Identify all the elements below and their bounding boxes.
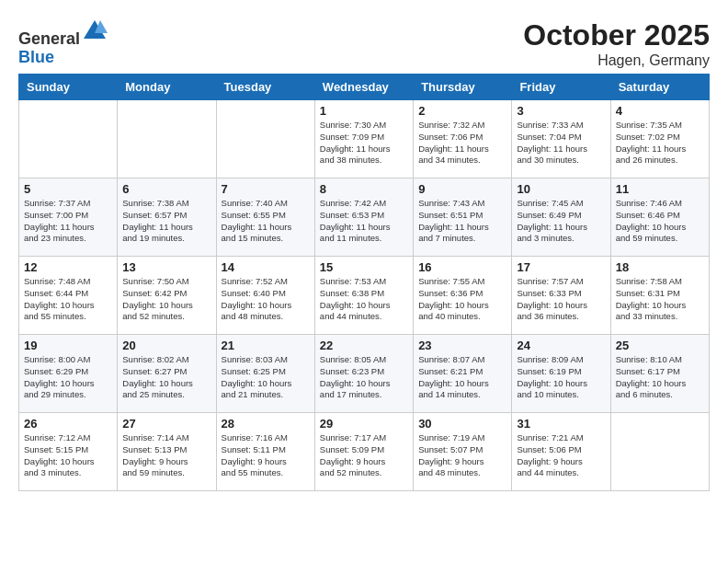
col-header-tuesday: Tuesday	[216, 75, 314, 100]
day-info: Sunrise: 7:30 AMSunset: 7:09 PMDaylight:…	[320, 120, 408, 167]
day-info: Sunrise: 7:50 AMSunset: 6:42 PMDaylight:…	[122, 276, 210, 323]
day-cell	[118, 100, 216, 178]
day-info: Sunrise: 7:46 AMSunset: 6:46 PMDaylight:…	[616, 198, 704, 245]
day-number: 31	[517, 417, 605, 431]
logo-icon	[82, 18, 108, 44]
col-header-saturday: Saturday	[610, 75, 709, 100]
day-number: 12	[24, 260, 112, 274]
day-cell: 19Sunrise: 8:00 AMSunset: 6:29 PMDayligh…	[19, 335, 118, 413]
day-number: 14	[222, 260, 310, 274]
day-cell	[19, 100, 118, 178]
day-info: Sunrise: 7:45 AMSunset: 6:49 PMDaylight:…	[517, 198, 605, 245]
day-info: Sunrise: 7:33 AMSunset: 7:04 PMDaylight:…	[517, 120, 605, 167]
day-cell: 3Sunrise: 7:33 AMSunset: 7:04 PMDaylight…	[512, 100, 610, 178]
day-info: Sunrise: 7:48 AMSunset: 6:44 PMDaylight:…	[24, 276, 112, 323]
day-info: Sunrise: 7:19 AMSunset: 5:07 PMDaylight:…	[418, 432, 506, 479]
day-number: 21	[222, 339, 310, 352]
day-number: 29	[320, 417, 408, 431]
day-cell: 12Sunrise: 7:48 AMSunset: 6:44 PMDayligh…	[19, 257, 118, 335]
day-cell: 18Sunrise: 7:58 AMSunset: 6:31 PMDayligh…	[610, 257, 709, 335]
day-cell: 10Sunrise: 7:45 AMSunset: 6:49 PMDayligh…	[512, 178, 610, 257]
day-info: Sunrise: 7:58 AMSunset: 6:31 PMDaylight:…	[616, 276, 704, 323]
day-cell: 9Sunrise: 7:43 AMSunset: 6:51 PMDaylight…	[414, 178, 512, 257]
col-header-thursday: Thursday	[414, 75, 512, 100]
day-cell: 8Sunrise: 7:42 AMSunset: 6:53 PMDaylight…	[314, 178, 413, 257]
title-block: October 2025 Hagen, Germany	[523, 18, 710, 69]
day-info: Sunrise: 7:16 AMSunset: 5:11 PMDaylight:…	[222, 432, 310, 479]
day-cell: 16Sunrise: 7:55 AMSunset: 6:36 PMDayligh…	[414, 257, 512, 335]
day-cell: 15Sunrise: 7:53 AMSunset: 6:38 PMDayligh…	[314, 257, 413, 335]
location: Hagen, Germany	[523, 52, 710, 69]
day-number: 1	[320, 104, 408, 118]
day-number: 11	[616, 182, 704, 196]
day-cell: 2Sunrise: 7:32 AMSunset: 7:06 PMDaylight…	[414, 100, 512, 178]
day-cell	[216, 100, 314, 178]
day-info: Sunrise: 7:38 AMSunset: 6:57 PMDaylight:…	[122, 198, 210, 245]
day-number: 2	[418, 104, 506, 118]
day-cell: 6Sunrise: 7:38 AMSunset: 6:57 PMDaylight…	[118, 178, 216, 257]
day-number: 18	[616, 260, 704, 274]
day-number: 8	[320, 182, 408, 196]
day-number: 22	[320, 339, 408, 352]
day-info: Sunrise: 7:21 AMSunset: 5:06 PMDaylight:…	[517, 432, 605, 479]
col-header-friday: Friday	[512, 75, 610, 100]
day-info: Sunrise: 8:03 AMSunset: 6:25 PMDaylight:…	[222, 354, 310, 401]
week-row-3: 12Sunrise: 7:48 AMSunset: 6:44 PMDayligh…	[19, 257, 710, 335]
day-cell: 25Sunrise: 8:10 AMSunset: 6:17 PMDayligh…	[610, 335, 709, 413]
day-number: 23	[418, 339, 506, 352]
day-cell: 7Sunrise: 7:40 AMSunset: 6:55 PMDaylight…	[216, 178, 314, 257]
day-number: 19	[24, 339, 112, 352]
page-header: General Blue October 2025 Hagen, Germany	[9, 9, 719, 74]
week-row-5: 26Sunrise: 7:12 AMSunset: 5:15 PMDayligh…	[19, 413, 710, 491]
day-cell: 24Sunrise: 8:09 AMSunset: 6:19 PMDayligh…	[512, 335, 610, 413]
day-cell: 4Sunrise: 7:35 AMSunset: 7:02 PMDaylight…	[610, 100, 709, 178]
logo-blue: Blue	[18, 48, 54, 66]
day-info: Sunrise: 8:10 AMSunset: 6:17 PMDaylight:…	[616, 354, 704, 401]
day-cell: 26Sunrise: 7:12 AMSunset: 5:15 PMDayligh…	[19, 413, 118, 491]
day-info: Sunrise: 7:52 AMSunset: 6:40 PMDaylight:…	[222, 276, 310, 323]
day-info: Sunrise: 8:00 AMSunset: 6:29 PMDaylight:…	[24, 354, 112, 401]
day-info: Sunrise: 8:02 AMSunset: 6:27 PMDaylight:…	[122, 354, 210, 401]
day-info: Sunrise: 7:32 AMSunset: 7:06 PMDaylight:…	[418, 120, 506, 167]
day-info: Sunrise: 7:14 AMSunset: 5:13 PMDaylight:…	[122, 432, 210, 479]
day-info: Sunrise: 7:17 AMSunset: 5:09 PMDaylight:…	[320, 432, 408, 479]
day-number: 16	[418, 260, 506, 274]
day-number: 25	[616, 339, 704, 352]
day-info: Sunrise: 8:09 AMSunset: 6:19 PMDaylight:…	[517, 354, 605, 401]
day-info: Sunrise: 8:05 AMSunset: 6:23 PMDaylight:…	[320, 354, 408, 401]
day-number: 5	[24, 182, 112, 196]
day-info: Sunrise: 7:55 AMSunset: 6:36 PMDaylight:…	[418, 276, 506, 323]
day-info: Sunrise: 7:43 AMSunset: 6:51 PMDaylight:…	[418, 198, 506, 245]
day-info: Sunrise: 7:57 AMSunset: 6:33 PMDaylight:…	[517, 276, 605, 323]
day-cell: 31Sunrise: 7:21 AMSunset: 5:06 PMDayligh…	[512, 413, 610, 491]
day-cell: 21Sunrise: 8:03 AMSunset: 6:25 PMDayligh…	[216, 335, 314, 413]
week-row-1: 1Sunrise: 7:30 AMSunset: 7:09 PMDaylight…	[19, 100, 710, 178]
day-number: 30	[418, 417, 506, 431]
day-cell: 17Sunrise: 7:57 AMSunset: 6:33 PMDayligh…	[512, 257, 610, 335]
day-cell: 13Sunrise: 7:50 AMSunset: 6:42 PMDayligh…	[118, 257, 216, 335]
col-header-monday: Monday	[118, 75, 216, 100]
day-cell	[610, 413, 709, 491]
day-number: 15	[320, 260, 408, 274]
col-header-wednesday: Wednesday	[314, 75, 413, 100]
month-title: October 2025	[523, 18, 710, 52]
day-cell: 27Sunrise: 7:14 AMSunset: 5:13 PMDayligh…	[118, 413, 216, 491]
day-number: 6	[122, 182, 210, 196]
day-cell: 14Sunrise: 7:52 AMSunset: 6:40 PMDayligh…	[216, 257, 314, 335]
day-info: Sunrise: 7:42 AMSunset: 6:53 PMDaylight:…	[320, 198, 408, 245]
logo: General Blue	[18, 18, 108, 67]
day-cell: 20Sunrise: 8:02 AMSunset: 6:27 PMDayligh…	[118, 335, 216, 413]
day-info: Sunrise: 7:37 AMSunset: 7:00 PMDaylight:…	[24, 198, 112, 245]
day-number: 24	[517, 339, 605, 352]
day-cell: 22Sunrise: 8:05 AMSunset: 6:23 PMDayligh…	[314, 335, 413, 413]
day-number: 17	[517, 260, 605, 274]
day-cell: 11Sunrise: 7:46 AMSunset: 6:46 PMDayligh…	[610, 178, 709, 257]
day-number: 3	[517, 104, 605, 118]
logo-general: General	[18, 29, 80, 48]
day-number: 10	[517, 182, 605, 196]
day-info: Sunrise: 7:12 AMSunset: 5:15 PMDaylight:…	[24, 432, 112, 479]
day-number: 28	[222, 417, 310, 431]
day-cell: 1Sunrise: 7:30 AMSunset: 7:09 PMDaylight…	[314, 100, 413, 178]
week-row-4: 19Sunrise: 8:00 AMSunset: 6:29 PMDayligh…	[19, 335, 710, 413]
day-info: Sunrise: 7:53 AMSunset: 6:38 PMDaylight:…	[320, 276, 408, 323]
